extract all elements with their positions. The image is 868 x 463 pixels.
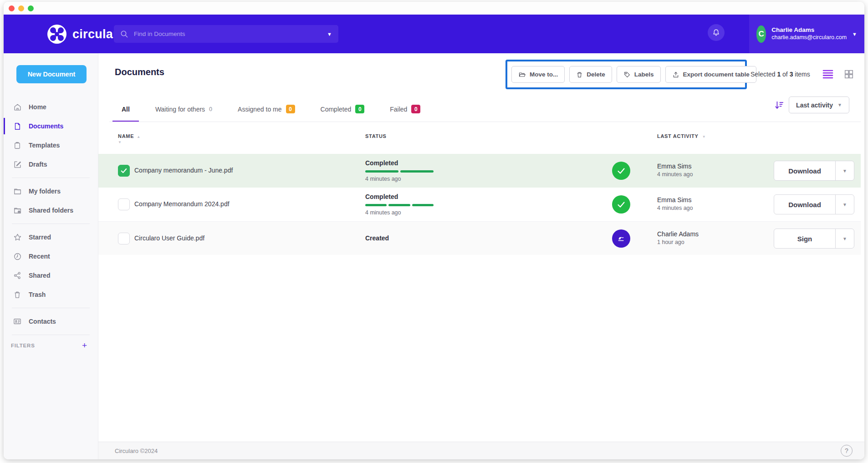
close-window-button[interactable] [9, 5, 15, 11]
search-input[interactable]: Find in Documents ▼ [114, 25, 338, 43]
tab-waiting-for-others[interactable]: Waiting for others 0 [146, 101, 221, 122]
tab-all[interactable]: All [112, 101, 139, 122]
table-row[interactable]: Company memorandum - June.pdf Completed … [98, 154, 861, 188]
document-name[interactable]: Company Memorandum 2024.pdf [134, 200, 230, 208]
sidebar-item-label: Shared [29, 272, 50, 279]
sidebar-item-starred[interactable]: Starred [4, 228, 98, 247]
download-button[interactable]: Download [774, 195, 835, 214]
circularo-logo-icon [47, 25, 66, 44]
notifications-button[interactable] [708, 24, 725, 41]
sidebar-divider [12, 335, 90, 335]
chevron-down-icon: ▼ [837, 102, 842, 107]
user-menu[interactable]: C Charlie Adams charlie.adams@circularo.… [749, 15, 864, 53]
shared-folder-icon [13, 206, 22, 215]
sidebar-item-label: Recent [29, 253, 50, 260]
column-header-last-activity[interactable]: LAST ACTIVITY ▼ [657, 133, 706, 139]
actor-name: Emma Sims [657, 162, 693, 171]
row-checkbox[interactable] [118, 233, 130, 244]
help-button[interactable]: ? [841, 445, 853, 457]
sidebar-item-templates[interactable]: Templates [4, 136, 98, 155]
status-label: Created [365, 234, 434, 242]
new-document-button[interactable]: New Document [16, 65, 87, 83]
star-icon [13, 233, 22, 242]
user-menu-caret-icon[interactable]: ▼ [852, 31, 857, 37]
delete-button[interactable]: Delete [569, 66, 612, 83]
download-button[interactable]: Download [774, 161, 835, 180]
sidebar-item-shared-folders[interactable]: Shared folders [4, 201, 98, 220]
sidebar-item-home[interactable]: Home [4, 97, 98, 117]
progress-bar [365, 204, 434, 206]
tab-completed[interactable]: Completed 0 [311, 101, 374, 122]
sidebar-item-label: Home [29, 103, 46, 111]
sidebar-item-documents[interactable]: Documents [4, 117, 98, 136]
document-name[interactable]: Circularo User Guide.pdf [134, 234, 204, 242]
sidebar-item-label: Shared folders [29, 207, 73, 214]
tag-icon [623, 71, 631, 78]
activity-time: 4 minutes ago [657, 171, 693, 178]
clock-icon [13, 252, 22, 261]
sidebar-item-label: Drafts [29, 161, 47, 168]
status-time: 4 minutes ago [365, 209, 434, 216]
sidebar-item-drafts[interactable]: Drafts [4, 155, 98, 174]
move-to-button[interactable]: Move to... [511, 66, 565, 83]
contact-card-icon [13, 317, 22, 326]
sidebar-item-recent[interactable]: Recent [4, 247, 98, 266]
sidebar-divider [12, 178, 90, 178]
app-window: circularo Find in Documents ▼ C Charlie … [4, 2, 864, 459]
tab-assigned-to-me[interactable]: Assigned to me 0 [229, 101, 304, 122]
row-checkbox[interactable] [118, 165, 130, 177]
labels-button[interactable]: Labels [617, 66, 661, 83]
selection-summary: Selected 1 of 3 items [751, 71, 810, 78]
column-header-name[interactable]: NAME▲▼ [118, 133, 140, 144]
sidebar-item-label: Templates [29, 142, 60, 149]
selected-count: 1 [777, 71, 781, 78]
tab-count-badge: 0 [355, 105, 364, 113]
download-split-button: Download ▼ [774, 194, 854, 214]
sidebar-item-trash[interactable]: Trash [4, 285, 98, 304]
edit-icon [13, 160, 22, 169]
sign-options-caret[interactable]: ▼ [835, 229, 854, 248]
sign-button[interactable]: Sign [774, 229, 835, 248]
maximize-window-button[interactable] [28, 5, 34, 11]
table-row[interactable]: Company Memorandum 2024.pdf Completed 4 … [98, 188, 861, 221]
total-count: 3 [790, 71, 793, 78]
document-icon [13, 122, 22, 131]
folder-icon [13, 187, 22, 196]
status-label: Completed [365, 193, 434, 200]
grid-view-button[interactable] [843, 69, 854, 79]
table-row[interactable]: Circularo User Guide.pdf Created Charlie… [98, 221, 861, 255]
search-placeholder: Find in Documents [134, 31, 327, 37]
user-avatar: C [756, 25, 766, 43]
list-view-button[interactable] [822, 69, 833, 79]
download-options-caret[interactable]: ▼ [835, 195, 854, 214]
status-check-icon [612, 162, 630, 180]
tab-failed[interactable]: Failed 0 [381, 101, 429, 122]
sidebar-item-shared[interactable]: Shared [4, 266, 98, 285]
filters-label: FILTERS [11, 343, 35, 348]
sign-split-button: Sign ▼ [774, 229, 854, 249]
share-icon [13, 271, 22, 280]
status-time: 4 minutes ago [365, 176, 434, 182]
search-scope-caret-icon[interactable]: ▼ [327, 31, 332, 37]
status-label: Completed [365, 159, 434, 167]
add-filter-button[interactable]: + [82, 341, 87, 351]
export-document-table-button[interactable]: Export document table [665, 66, 756, 83]
main-content: Documents Move to... Delete Labels Expor… [98, 53, 864, 459]
sidebar-item-my-folders[interactable]: My folders [4, 182, 98, 201]
document-name[interactable]: Company memorandum - June.pdf [134, 167, 233, 174]
row-checkbox[interactable] [118, 198, 130, 210]
activity-time: 1 hour ago [657, 239, 699, 246]
download-options-caret[interactable]: ▼ [835, 161, 854, 180]
status-signature-icon [612, 229, 630, 248]
user-name: Charlie Adams [771, 26, 847, 34]
folder-open-icon [518, 71, 526, 78]
tab-count-badge: 0 [286, 105, 295, 113]
tabs-divider [109, 122, 861, 122]
sort-by-dropdown[interactable]: Last activity ▼ [789, 97, 849, 113]
table-header: NAME▲▼ STATUS LAST ACTIVITY ▼ [98, 126, 861, 147]
sort-direction-icon[interactable] [774, 100, 784, 110]
tab-count-badge: 0 [411, 105, 420, 113]
minimize-window-button[interactable] [18, 5, 24, 11]
bulk-actions-toolbar-highlight: Move to... Delete Labels Export document… [505, 60, 747, 89]
sidebar-item-contacts[interactable]: Contacts [4, 312, 98, 331]
